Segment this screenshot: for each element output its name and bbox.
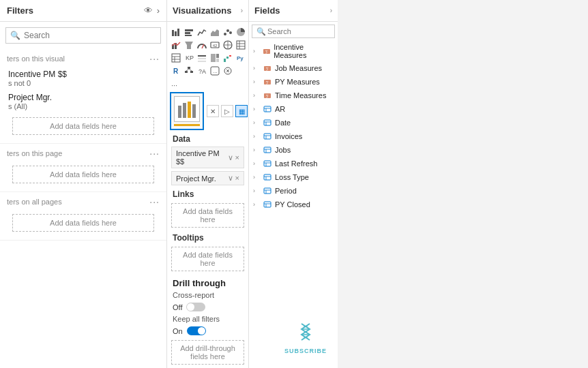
field-item-6[interactable]: › Invoices — [249, 129, 338, 143]
field-item-10[interactable]: › Period — [249, 184, 338, 198]
cross-report-label: Cross-report — [167, 290, 248, 301]
svg-rect-20 — [237, 41, 245, 49]
viz-icon-area-chart[interactable] — [209, 26, 221, 38]
filter-section-visual-more[interactable]: ··· — [149, 53, 160, 64]
field-label-10: Period — [275, 187, 297, 195]
viz-chevron-icon[interactable]: › — [241, 7, 243, 14]
fields-chevron-icon[interactable]: › — [330, 7, 332, 14]
svg-text:∑: ∑ — [266, 67, 269, 72]
search-icon: 🔍 — [10, 31, 20, 40]
field-icon-7 — [263, 145, 272, 155]
viz-icon-card[interactable]: 42 — [209, 39, 221, 51]
field-item-7[interactable]: › Jobs — [249, 143, 338, 157]
field-item-4[interactable]: › AR — [249, 102, 338, 116]
svg-point-7 — [224, 33, 226, 35]
field-chevron-1: › — [253, 65, 260, 72]
svg-rect-3 — [185, 29, 193, 31]
eye-icon[interactable]: 👁 — [144, 5, 153, 16]
svg-rect-1 — [175, 31, 177, 36]
field-label-9: Loss Type — [275, 173, 309, 181]
viz-icon-gauge[interactable] — [196, 39, 208, 51]
viz-icon-py[interactable]: Py — [235, 52, 247, 64]
filter-section-allpages-more[interactable]: ··· — [149, 196, 160, 207]
field-chevron-9: › — [253, 174, 260, 181]
svg-rect-31 — [198, 61, 206, 62]
cross-report-toggle-thumb — [187, 303, 194, 311]
field-item-0[interactable]: › ∑ Incentive Measures — [249, 41, 338, 61]
field-label-11: PY Closed — [275, 200, 310, 209]
data-field-incentive-close[interactable]: × — [235, 153, 239, 162]
viz-icon-treemap[interactable] — [209, 52, 221, 64]
filter-section-visual: ters on this visual ··· Incentive PM $$ … — [0, 49, 166, 144]
tooltips-add-area[interactable]: Add date fields here — [171, 247, 244, 271]
svg-text:KPI: KPI — [186, 55, 194, 61]
drill-add-area[interactable]: Add drill-through fields here — [171, 340, 244, 365]
data-field-projectmgr-down[interactable]: ∨ — [228, 174, 233, 183]
filters-header-icons: 👁 › — [144, 5, 160, 16]
field-item-3[interactable]: › ∑ Time Measures — [249, 89, 338, 102]
svg-text:?A: ?A — [199, 68, 206, 75]
field-item-1[interactable]: › ∑ Job Measures — [249, 61, 338, 75]
svg-rect-30 — [198, 58, 206, 59]
dna-icon — [295, 321, 317, 348]
viz-icon-kpi[interactable]: KPI — [183, 52, 195, 64]
svg-rect-78 — [264, 174, 271, 180]
filter-section-visual-label: ters on this visual — [7, 55, 65, 63]
viz-icon-slicer[interactable] — [196, 52, 208, 64]
data-field-projectmgr-close[interactable]: × — [235, 174, 239, 183]
data-field-incentive-down[interactable]: ∨ — [228, 153, 233, 162]
viz-icon-r-visual[interactable]: R — [170, 65, 182, 77]
viz-icon-decomp[interactable] — [183, 65, 195, 77]
svg-marker-13 — [185, 42, 193, 49]
viz-icon-custom2[interactable] — [222, 65, 234, 77]
field-item-2[interactable]: › ∑ PY Measures — [249, 75, 338, 89]
viz-icon-map[interactable] — [222, 39, 234, 51]
viz-mode-row: ✕ ▷ ▦ 🔍 — [167, 91, 248, 132]
filter-section-page-header: ters on this page ··· — [7, 148, 160, 159]
field-icon-3: ∑ — [263, 91, 272, 100]
field-item-11[interactable]: › PY Closed — [249, 198, 338, 211]
svg-rect-4 — [185, 32, 190, 34]
data-field-incentive: Incentive PM $$ ∨ × — [171, 147, 244, 168]
filter-item-incentive-value: s not 0 — [8, 79, 158, 87]
add-data-visual-button[interactable]: Add data fields here — [12, 117, 154, 135]
viz-icon-pie[interactable] — [235, 26, 247, 38]
svg-rect-32 — [211, 54, 216, 62]
format-icon-3[interactable]: ▦ — [235, 105, 248, 117]
fields-search-box: 🔍 — [252, 25, 335, 38]
viz-icon-table[interactable] — [235, 39, 247, 51]
viz-icon-bar-chart[interactable] — [183, 26, 195, 38]
viz-icon-combo[interactable] — [170, 39, 182, 51]
svg-rect-2 — [177, 29, 179, 36]
data-field-incentive-label: Incentive PM $$ — [176, 149, 228, 166]
keep-filters-toggle[interactable] — [187, 326, 206, 335]
viz-icon-line-chart[interactable] — [196, 26, 208, 38]
add-data-page-button[interactable]: Add data fields here — [12, 166, 154, 183]
viz-icon-matrix[interactable] — [170, 52, 182, 64]
filters-panel: Filters 👁 › 🔍 ters on this visual ··· In… — [0, 0, 167, 368]
fields-panel: Fields › 🔍 › ∑ Incentive Measures › ∑ Jo… — [249, 0, 338, 368]
viz-icon-stacked-bar[interactable] — [170, 26, 182, 38]
viz-icon-qna[interactable]: ?A — [196, 65, 208, 77]
filters-search-input[interactable] — [5, 27, 161, 44]
links-add-area[interactable]: Add data fields here — [171, 203, 244, 228]
field-item-5[interactable]: › Date — [249, 116, 338, 129]
viz-icon-custom1[interactable]: ... — [209, 65, 221, 77]
field-icon-8 — [263, 159, 272, 168]
field-item-9[interactable]: › Loss Type — [249, 170, 338, 184]
filter-section-page-more[interactable]: ··· — [149, 148, 160, 159]
field-item-8[interactable]: › Last Refresh — [249, 157, 338, 170]
field-icon-1: ∑ — [263, 63, 272, 73]
selected-viz-container[interactable] — [170, 92, 204, 130]
field-label-3: Time Measures — [275, 91, 326, 99]
viz-icon-waterfall[interactable] — [222, 52, 234, 64]
viz-icon-funnel[interactable] — [183, 39, 195, 51]
cross-report-toggle[interactable] — [186, 303, 205, 311]
format-icon-2[interactable]: ▷ — [221, 105, 233, 117]
data-field-incentive-icons: ∨ × — [228, 153, 239, 162]
viz-icon-scatter[interactable] — [222, 26, 234, 38]
format-icon-1[interactable]: ✕ — [207, 105, 219, 117]
drill-through-title: Drill through — [167, 274, 248, 290]
chevron-right-icon[interactable]: › — [157, 5, 160, 16]
add-data-allpages-button[interactable]: Add data fields here — [12, 214, 154, 232]
